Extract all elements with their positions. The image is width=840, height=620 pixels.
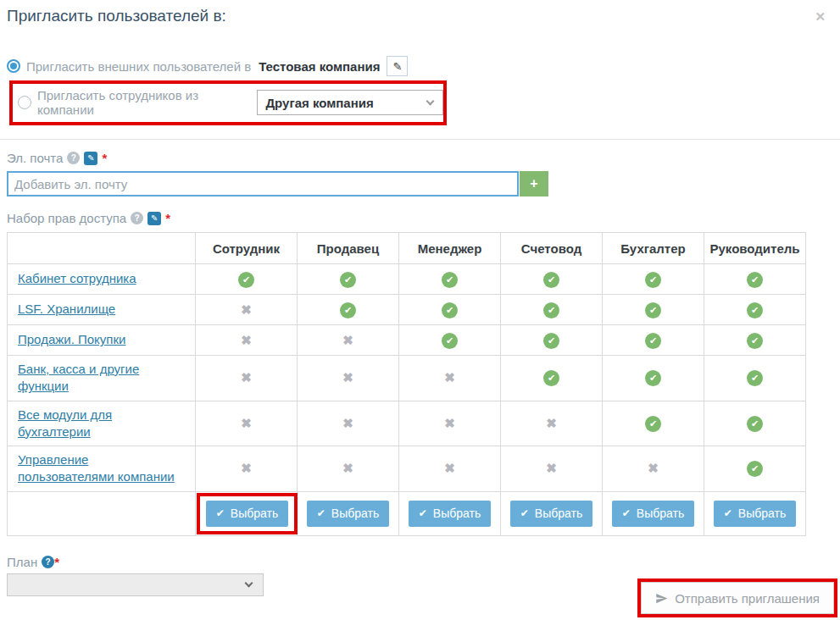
choose-seller-button[interactable]: ✔ Выбрать — [307, 501, 389, 527]
cross-icon — [241, 302, 252, 317]
check-icon — [442, 272, 458, 288]
internal-invite-label: Пригласить сотрудников из компании — [37, 88, 249, 117]
cross-icon — [241, 416, 252, 430]
pencil-icon: ✎ — [393, 60, 403, 73]
column-header: Продавец — [298, 233, 399, 264]
plan-select[interactable] — [7, 573, 264, 596]
edit-hint-icon[interactable]: ✎ — [84, 152, 97, 165]
check-icon: ✔ — [216, 507, 225, 519]
chevron-down-icon — [245, 578, 253, 587]
email-input[interactable] — [7, 171, 519, 197]
check-icon — [645, 333, 661, 349]
check-icon — [747, 272, 763, 288]
plan-field-label: План ? * — [7, 555, 833, 569]
table-row: Кабинет сотрудника — [8, 264, 806, 295]
module-link[interactable]: Продажи. Покупки — [18, 332, 125, 346]
section-divider — [0, 139, 840, 140]
check-icon — [645, 370, 661, 386]
edit-hint-icon[interactable]: ✎ — [147, 212, 161, 225]
cross-icon — [241, 333, 252, 347]
check-icon — [238, 272, 254, 288]
edit-company-button[interactable]: ✎ — [387, 56, 408, 76]
radio-internal-employees[interactable] — [18, 96, 31, 109]
email-input-row: + — [7, 171, 833, 197]
check-icon — [543, 302, 559, 318]
company-select-value: Другая компания — [265, 96, 373, 110]
add-email-button[interactable]: + — [520, 171, 548, 197]
table-row: LSF. Хранилище — [8, 295, 806, 325]
highlight-box-send-button: Отправить приглашения — [637, 578, 837, 617]
module-link[interactable]: Все модули для бухгалтерии — [18, 407, 112, 439]
check-icon — [340, 302, 356, 318]
choose-director-button[interactable]: ✔ Выбрать — [714, 501, 796, 527]
table-buttons-row: ✔ Выбрать ✔ Выбрать ✔ Выбрать — [8, 491, 806, 535]
check-icon — [543, 272, 559, 288]
help-icon[interactable]: ? — [42, 556, 54, 568]
check-icon: ✔ — [622, 507, 631, 519]
choose-bookkeeper-button[interactable]: ✔ Выбрать — [510, 501, 592, 527]
cross-icon — [342, 461, 353, 475]
permissions-label-text: Набор прав доступа — [7, 211, 126, 225]
module-link[interactable]: Кабинет сотрудника — [18, 271, 136, 285]
check-icon — [747, 302, 763, 318]
check-icon — [747, 461, 763, 477]
cross-icon — [444, 370, 455, 385]
plan-label-text: План — [7, 555, 37, 569]
choose-employee-button[interactable]: ✔ Выбрать — [206, 501, 288, 527]
external-invite-option: Пригласить внешних пользователей в Тесто… — [7, 56, 833, 76]
check-icon — [645, 416, 661, 432]
column-header: Руководитель — [704, 233, 806, 264]
email-field-label: Эл. почта ? ✎ * — [7, 151, 833, 165]
module-link[interactable]: Банк, касса и другие функции — [18, 362, 139, 393]
highlight-box-choose-button: ✔ Выбрать — [197, 493, 298, 534]
table-row: Управление пользователями компании — [8, 446, 806, 492]
module-link[interactable]: LSF. Хранилище — [18, 302, 115, 316]
table-header-row: Сотрудник Продавец Менеджер Счетовод Бух… — [8, 233, 806, 264]
invite-dialog: Пригласить пользователей в: Пригласить в… — [0, 0, 840, 596]
send-invitations-button[interactable]: Отправить приглашения — [641, 582, 834, 614]
cross-icon — [342, 416, 353, 430]
check-icon — [543, 333, 559, 349]
plus-icon: + — [530, 176, 537, 191]
module-link[interactable]: Управление пользователями компании — [18, 452, 175, 484]
permissions-table: Сотрудник Продавец Менеджер Счетовод Бух… — [7, 232, 806, 536]
cross-icon — [546, 461, 557, 475]
check-icon: ✔ — [724, 507, 732, 519]
help-icon[interactable]: ? — [131, 212, 143, 224]
column-header: Менеджер — [399, 233, 501, 264]
external-invite-label: Пригласить внешних пользователей в — [26, 59, 251, 74]
check-icon: ✔ — [419, 507, 427, 519]
check-icon — [340, 272, 356, 288]
company-name: Тестовая компания — [259, 59, 380, 74]
cross-icon — [648, 461, 659, 475]
email-label-text: Эл. почта — [7, 151, 63, 165]
chevron-down-icon — [426, 97, 435, 105]
cross-icon — [241, 370, 252, 385]
page-title: Пригласить пользователей в: — [7, 0, 833, 25]
help-icon[interactable]: ? — [67, 152, 80, 164]
table-row: Продажи. Покупки — [8, 325, 806, 356]
radio-external-users[interactable] — [7, 59, 20, 73]
check-icon — [747, 333, 763, 349]
cross-icon — [444, 416, 455, 430]
cross-icon — [444, 461, 455, 475]
company-select[interactable]: Другая компания — [257, 90, 443, 115]
cross-icon — [241, 461, 252, 475]
table-row: Банк, касса и другие функции — [8, 356, 806, 401]
cross-icon — [342, 370, 353, 385]
cross-icon — [342, 333, 353, 347]
required-asterisk: * — [54, 555, 59, 569]
check-icon — [442, 333, 458, 349]
check-icon — [645, 272, 661, 288]
choose-accountant-button[interactable]: ✔ Выбрать — [612, 501, 694, 527]
choose-manager-button[interactable]: ✔ Выбрать — [409, 501, 491, 527]
check-icon: ✔ — [317, 507, 325, 519]
close-icon[interactable]: ✕ — [815, 10, 826, 23]
corner-cell — [8, 233, 196, 264]
column-header: Счетовод — [501, 233, 603, 264]
table-row: Все модули для бухгалтерии — [8, 401, 806, 446]
check-icon — [747, 370, 763, 386]
cross-icon — [546, 416, 557, 430]
check-icon — [543, 370, 559, 386]
check-icon — [442, 302, 458, 318]
